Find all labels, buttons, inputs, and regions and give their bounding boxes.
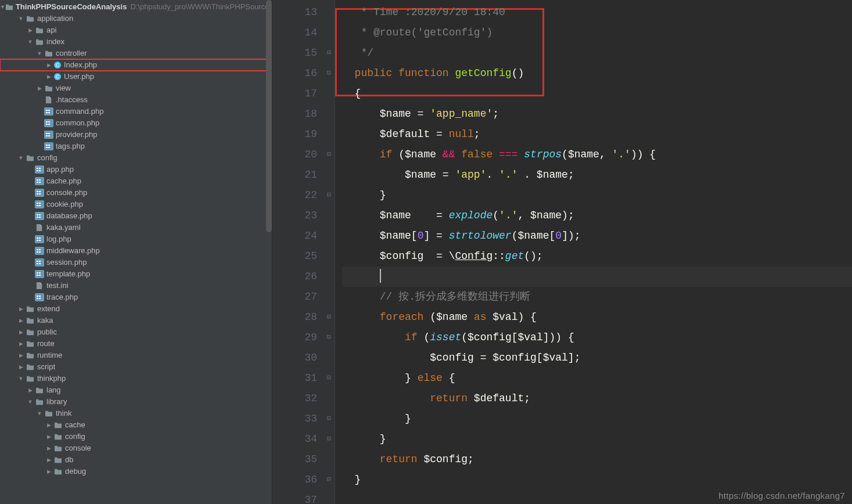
- tree-folder[interactable]: ▼library: [0, 396, 272, 408]
- code-line[interactable]: $name[0] = strtolower($name[0]);: [342, 226, 852, 246]
- code-line[interactable]: if ($name && false === strpos($name, '.'…: [342, 145, 852, 165]
- code-area[interactable]: * Time :2020/9/20 18:40 * @route('getCon…: [335, 0, 852, 504]
- expand-arrow-icon[interactable]: ▶: [44, 431, 53, 442]
- code-line[interactable]: } else {: [342, 368, 852, 388]
- tree-folder[interactable]: ▼controller: [0, 48, 272, 59]
- tree-folder[interactable]: ▶script: [0, 361, 272, 373]
- expand-arrow-icon[interactable]: ▶: [44, 442, 53, 454]
- tree-folder[interactable]: ▼ThinkPHPSourceCodeAnalysisD:\phpstudy_p…: [0, 1, 272, 13]
- tree-folder[interactable]: ▶debug: [0, 466, 272, 477]
- expand-arrow-icon[interactable]: ▶: [16, 303, 26, 315]
- tree-folder[interactable]: ▼think: [0, 408, 272, 419]
- tree-file[interactable]: .htaccess: [0, 94, 272, 106]
- code-line[interactable]: }: [342, 409, 852, 429]
- expand-arrow-icon[interactable]: ▼: [26, 36, 35, 48]
- code-line[interactable]: foreach ($name as $val) {: [342, 307, 852, 327]
- fold-toggle-icon[interactable]: ⊟: [327, 185, 331, 206]
- code-line[interactable]: {: [342, 84, 852, 104]
- tree-folder[interactable]: ▶api: [0, 24, 272, 36]
- tree-file[interactable]: cache.php: [0, 175, 272, 187]
- code-line[interactable]: $name = 'app_name';: [342, 104, 852, 124]
- expand-arrow-icon[interactable]: ▶: [44, 59, 53, 71]
- expand-arrow-icon[interactable]: ▶: [26, 24, 35, 36]
- code-line[interactable]: */: [342, 43, 852, 63]
- expand-arrow-icon[interactable]: ▼: [16, 13, 26, 24]
- tree-folder[interactable]: ▶lang: [0, 384, 272, 396]
- tree-folder[interactable]: ▶runtime: [0, 350, 272, 361]
- fold-toggle-icon[interactable]: ⊟: [327, 409, 331, 429]
- tree-file[interactable]: log.php: [0, 233, 272, 245]
- tree-file[interactable]: app.php: [0, 164, 272, 175]
- fold-toggle-icon[interactable]: ⊟: [327, 470, 331, 490]
- expand-arrow-icon[interactable]: ▼: [35, 48, 44, 59]
- code-line[interactable]: if (isset($config[$val])) {: [342, 327, 852, 348]
- code-line[interactable]: $default = null;: [342, 124, 852, 145]
- expand-arrow-icon[interactable]: ▶: [16, 361, 26, 373]
- tree-file[interactable]: provider.php: [0, 129, 272, 141]
- code-line[interactable]: // 按.拆分成多维数组进行判断: [342, 287, 852, 307]
- expand-arrow-icon[interactable]: ▶: [44, 419, 53, 431]
- tree-folder[interactable]: ▶db: [0, 454, 272, 466]
- tree-file[interactable]: cookie.php: [0, 199, 272, 210]
- tree-file[interactable]: middleware.php: [0, 245, 272, 257]
- tree-folder[interactable]: ▶route: [0, 338, 272, 350]
- tree-file[interactable]: ▶CUser.php: [0, 71, 272, 82]
- sidebar-scrollbar[interactable]: [266, 0, 272, 232]
- code-line[interactable]: $config = $config[$val];: [342, 348, 852, 368]
- tree-file[interactable]: session.php: [0, 257, 272, 268]
- tree-folder[interactable]: ▶config: [0, 431, 272, 442]
- fold-toggle-icon[interactable]: ⊟: [327, 63, 331, 84]
- tree-folder[interactable]: ▼config: [0, 152, 272, 164]
- tree-file[interactable]: tags.php: [0, 141, 272, 152]
- tree-folder[interactable]: ▼thinkphp: [0, 373, 272, 384]
- expand-arrow-icon[interactable]: ▶: [44, 454, 53, 466]
- tree-folder[interactable]: ▼index: [0, 36, 272, 48]
- code-line[interactable]: return $default;: [342, 388, 852, 409]
- expand-arrow-icon[interactable]: ▼: [16, 373, 26, 384]
- expand-arrow-icon[interactable]: ▼: [26, 396, 35, 408]
- code-editor[interactable]: 131415⊟16⊟17181920⊟2122⊟232425262728⊟29⊟…: [272, 0, 852, 504]
- expand-arrow-icon[interactable]: ▶: [44, 466, 53, 477]
- tree-folder[interactable]: ▶view: [0, 82, 272, 94]
- expand-arrow-icon[interactable]: ▼: [35, 408, 44, 419]
- code-line[interactable]: public function getConfig(): [342, 63, 852, 84]
- tree-file[interactable]: database.php: [0, 210, 272, 222]
- tree-file[interactable]: common.php: [0, 117, 272, 129]
- code-line[interactable]: [342, 267, 852, 287]
- code-line[interactable]: }: [342, 185, 852, 206]
- fold-toggle-icon[interactable]: ⊟: [327, 429, 331, 449]
- code-line[interactable]: $name = explode('.', $name);: [342, 206, 852, 226]
- expand-arrow-icon[interactable]: ▶: [16, 315, 26, 326]
- tree-file[interactable]: trace.php: [0, 291, 272, 303]
- code-line[interactable]: $config = \Config::get();: [342, 246, 852, 267]
- expand-arrow-icon[interactable]: ▼: [0, 1, 5, 13]
- tree-file[interactable]: kaka.yaml: [0, 222, 272, 233]
- code-line[interactable]: * @route('getConfig'): [342, 23, 852, 43]
- tree-folder[interactable]: ▶extend: [0, 303, 272, 315]
- tree-file[interactable]: console.php: [0, 187, 272, 199]
- code-line[interactable]: $name = 'app'. '.' . $name;: [342, 165, 852, 185]
- tree-folder[interactable]: ▶console: [0, 442, 272, 454]
- tree-file[interactable]: ▶CIndex.php: [0, 59, 272, 71]
- expand-arrow-icon[interactable]: ▶: [16, 350, 26, 361]
- tree-folder[interactable]: ▶kaka: [0, 315, 272, 326]
- code-line[interactable]: return $config;: [342, 449, 852, 470]
- expand-arrow-icon[interactable]: ▶: [16, 338, 26, 350]
- tree-folder[interactable]: ▼application: [0, 13, 272, 24]
- fold-toggle-icon[interactable]: ⊟: [327, 145, 331, 165]
- expand-arrow-icon[interactable]: ▼: [16, 152, 26, 164]
- expand-arrow-icon[interactable]: ▶: [16, 326, 26, 338]
- expand-arrow-icon[interactable]: ▶: [26, 384, 35, 396]
- code-line[interactable]: }: [342, 470, 852, 490]
- code-line[interactable]: }: [342, 429, 852, 449]
- expand-arrow-icon[interactable]: ▶: [44, 71, 53, 82]
- fold-toggle-icon[interactable]: ⊟: [327, 327, 331, 348]
- fold-toggle-icon[interactable]: ⊟: [327, 43, 331, 63]
- fold-toggle-icon[interactable]: ⊟: [327, 307, 331, 327]
- expand-arrow-icon[interactable]: ▶: [35, 82, 44, 94]
- fold-toggle-icon[interactable]: ⊟: [327, 368, 331, 388]
- code-line[interactable]: * Time :2020/9/20 18:40: [342, 2, 852, 23]
- tree-file[interactable]: test.ini: [0, 280, 272, 291]
- tree-file[interactable]: command.php: [0, 106, 272, 117]
- tree-folder[interactable]: ▶cache: [0, 419, 272, 431]
